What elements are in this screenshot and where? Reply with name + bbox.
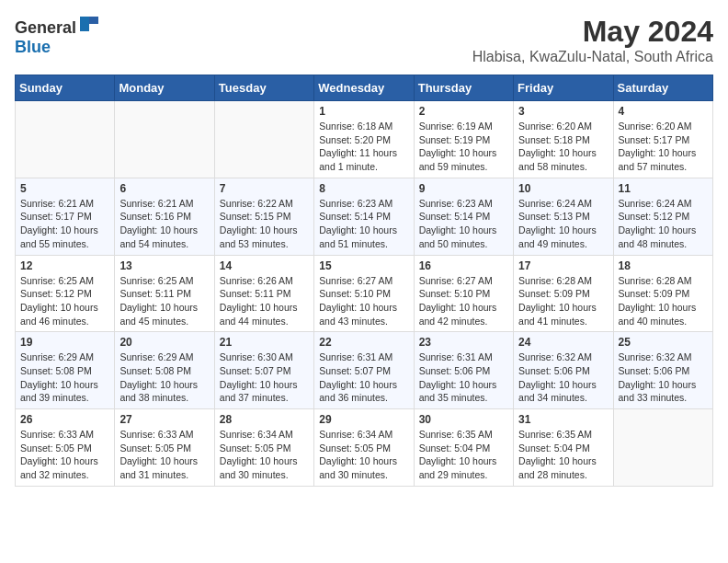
day-info: Sunrise: 6:32 AM Sunset: 5:06 PM Dayligh… [518, 350, 608, 405]
calendar-week-row: 19Sunrise: 6:29 AM Sunset: 5:08 PM Dayli… [16, 332, 713, 409]
weekday-header-sunday: Sunday [16, 75, 115, 101]
svg-marker-1 [89, 17, 98, 24]
day-number: 19 [20, 336, 109, 349]
calendar-cell: 14Sunrise: 6:26 AM Sunset: 5:11 PM Dayli… [214, 255, 313, 332]
day-info: Sunrise: 6:33 AM Sunset: 5:05 PM Dayligh… [119, 428, 209, 482]
calendar-cell [613, 409, 712, 487]
logo-blue-text: Blue [15, 38, 51, 56]
day-info: Sunrise: 6:23 AM Sunset: 5:14 PM Dayligh… [319, 197, 408, 251]
calendar-cell: 26Sunrise: 6:33 AM Sunset: 5:05 PM Dayli… [16, 409, 115, 487]
weekday-header-friday: Friday [514, 75, 613, 101]
day-info: Sunrise: 6:28 AM Sunset: 5:09 PM Dayligh… [518, 274, 608, 328]
day-info: Sunrise: 6:35 AM Sunset: 5:04 PM Dayligh… [518, 428, 608, 482]
calendar-header: SundayMondayTuesdayWednesdayThursdayFrid… [16, 75, 713, 101]
day-number: 9 [419, 182, 508, 195]
day-number: 28 [220, 413, 309, 426]
day-info: Sunrise: 6:27 AM Sunset: 5:10 PM Dayligh… [419, 274, 508, 328]
calendar-cell: 9Sunrise: 6:23 AM Sunset: 5:14 PM Daylig… [414, 178, 513, 255]
day-info: Sunrise: 6:29 AM Sunset: 5:08 PM Dayligh… [119, 350, 209, 405]
calendar-cell: 8Sunrise: 6:23 AM Sunset: 5:14 PM Daylig… [314, 178, 414, 255]
day-number: 7 [220, 182, 309, 195]
calendar-cell: 17Sunrise: 6:28 AM Sunset: 5:09 PM Dayli… [514, 255, 613, 332]
day-number: 20 [119, 336, 209, 349]
day-info: Sunrise: 6:21 AM Sunset: 5:17 PM Dayligh… [20, 197, 109, 251]
logo-flag-icon [78, 15, 100, 33]
calendar-cell: 13Sunrise: 6:25 AM Sunset: 5:11 PM Dayli… [115, 255, 214, 332]
calendar-week-row: 5Sunrise: 6:21 AM Sunset: 5:17 PM Daylig… [16, 178, 713, 255]
calendar-cell: 31Sunrise: 6:35 AM Sunset: 5:04 PM Dayli… [514, 409, 613, 487]
day-info: Sunrise: 6:20 AM Sunset: 5:17 PM Dayligh… [619, 120, 708, 174]
day-info: Sunrise: 6:25 AM Sunset: 5:12 PM Dayligh… [20, 274, 109, 328]
day-number: 24 [518, 336, 608, 349]
day-info: Sunrise: 6:18 AM Sunset: 5:20 PM Dayligh… [319, 120, 408, 174]
calendar-cell: 3Sunrise: 6:20 AM Sunset: 5:18 PM Daylig… [514, 101, 613, 178]
page-header: General Blue May 2024 Hlabisa, KwaZulu-N… [15, 15, 713, 65]
day-info: Sunrise: 6:27 AM Sunset: 5:10 PM Dayligh… [319, 274, 408, 328]
day-info: Sunrise: 6:31 AM Sunset: 5:07 PM Dayligh… [319, 350, 408, 405]
day-info: Sunrise: 6:29 AM Sunset: 5:08 PM Dayligh… [20, 350, 109, 405]
weekday-header-wednesday: Wednesday [314, 75, 414, 101]
day-number: 8 [319, 182, 408, 195]
calendar-cell: 15Sunrise: 6:27 AM Sunset: 5:10 PM Dayli… [314, 255, 414, 332]
logo: General Blue [15, 15, 100, 57]
calendar-cell: 20Sunrise: 6:29 AM Sunset: 5:08 PM Dayli… [115, 332, 214, 409]
calendar-cell: 10Sunrise: 6:24 AM Sunset: 5:13 PM Dayli… [514, 178, 613, 255]
calendar-cell: 19Sunrise: 6:29 AM Sunset: 5:08 PM Dayli… [16, 332, 115, 409]
day-number: 23 [419, 336, 508, 349]
calendar-cell [16, 101, 115, 178]
day-info: Sunrise: 6:31 AM Sunset: 5:06 PM Dayligh… [419, 350, 508, 405]
day-info: Sunrise: 6:24 AM Sunset: 5:12 PM Dayligh… [619, 197, 708, 251]
calendar-cell: 6Sunrise: 6:21 AM Sunset: 5:16 PM Daylig… [115, 178, 214, 255]
day-number: 2 [419, 105, 508, 118]
weekday-header-saturday: Saturday [613, 75, 712, 101]
calendar-cell: 11Sunrise: 6:24 AM Sunset: 5:12 PM Dayli… [613, 178, 712, 255]
day-info: Sunrise: 6:20 AM Sunset: 5:18 PM Dayligh… [518, 120, 608, 174]
day-number: 29 [319, 413, 408, 426]
calendar-cell: 4Sunrise: 6:20 AM Sunset: 5:17 PM Daylig… [613, 101, 712, 178]
calendar-cell: 18Sunrise: 6:28 AM Sunset: 5:09 PM Dayli… [613, 255, 712, 332]
weekday-header-tuesday: Tuesday [214, 75, 313, 101]
day-info: Sunrise: 6:19 AM Sunset: 5:19 PM Dayligh… [419, 120, 508, 174]
calendar-week-row: 1Sunrise: 6:18 AM Sunset: 5:20 PM Daylig… [16, 101, 713, 178]
day-info: Sunrise: 6:24 AM Sunset: 5:13 PM Dayligh… [518, 197, 608, 251]
day-number: 13 [119, 259, 209, 272]
day-number: 5 [20, 182, 109, 195]
day-number: 18 [619, 259, 708, 272]
calendar-cell: 7Sunrise: 6:22 AM Sunset: 5:15 PM Daylig… [214, 178, 313, 255]
calendar-table: SundayMondayTuesdayWednesdayThursdayFrid… [15, 75, 713, 487]
day-number: 25 [619, 336, 708, 349]
day-info: Sunrise: 6:23 AM Sunset: 5:14 PM Dayligh… [419, 197, 508, 251]
day-info: Sunrise: 6:26 AM Sunset: 5:11 PM Dayligh… [220, 274, 309, 328]
calendar-cell: 5Sunrise: 6:21 AM Sunset: 5:17 PM Daylig… [16, 178, 115, 255]
day-number: 12 [20, 259, 109, 272]
day-info: Sunrise: 6:35 AM Sunset: 5:04 PM Dayligh… [419, 428, 508, 482]
calendar-cell: 30Sunrise: 6:35 AM Sunset: 5:04 PM Dayli… [414, 409, 513, 487]
day-number: 16 [419, 259, 508, 272]
day-info: Sunrise: 6:28 AM Sunset: 5:09 PM Dayligh… [619, 274, 708, 328]
title-area: May 2024 Hlabisa, KwaZulu-Natal, South A… [472, 15, 713, 65]
day-number: 17 [518, 259, 608, 272]
calendar-cell: 24Sunrise: 6:32 AM Sunset: 5:06 PM Dayli… [514, 332, 613, 409]
calendar-cell [115, 101, 214, 178]
day-info: Sunrise: 6:25 AM Sunset: 5:11 PM Dayligh… [119, 274, 209, 328]
weekday-row: SundayMondayTuesdayWednesdayThursdayFrid… [16, 75, 713, 101]
calendar-cell: 1Sunrise: 6:18 AM Sunset: 5:20 PM Daylig… [314, 101, 414, 178]
day-info: Sunrise: 6:34 AM Sunset: 5:05 PM Dayligh… [319, 428, 408, 482]
day-number: 14 [220, 259, 309, 272]
calendar-cell: 27Sunrise: 6:33 AM Sunset: 5:05 PM Dayli… [115, 409, 214, 487]
day-number: 22 [319, 336, 408, 349]
subtitle: Hlabisa, KwaZulu-Natal, South Africa [472, 49, 713, 65]
day-number: 3 [518, 105, 608, 118]
day-info: Sunrise: 6:32 AM Sunset: 5:06 PM Dayligh… [619, 350, 708, 405]
day-number: 26 [20, 413, 109, 426]
calendar-cell: 23Sunrise: 6:31 AM Sunset: 5:06 PM Dayli… [414, 332, 513, 409]
day-info: Sunrise: 6:34 AM Sunset: 5:05 PM Dayligh… [220, 428, 309, 482]
calendar-cell: 2Sunrise: 6:19 AM Sunset: 5:19 PM Daylig… [414, 101, 513, 178]
day-number: 31 [518, 413, 608, 426]
day-number: 15 [319, 259, 408, 272]
day-number: 27 [119, 413, 209, 426]
day-info: Sunrise: 6:21 AM Sunset: 5:16 PM Dayligh… [119, 197, 209, 251]
day-number: 10 [518, 182, 608, 195]
calendar-week-row: 26Sunrise: 6:33 AM Sunset: 5:05 PM Dayli… [16, 409, 713, 487]
calendar-cell: 22Sunrise: 6:31 AM Sunset: 5:07 PM Dayli… [314, 332, 414, 409]
